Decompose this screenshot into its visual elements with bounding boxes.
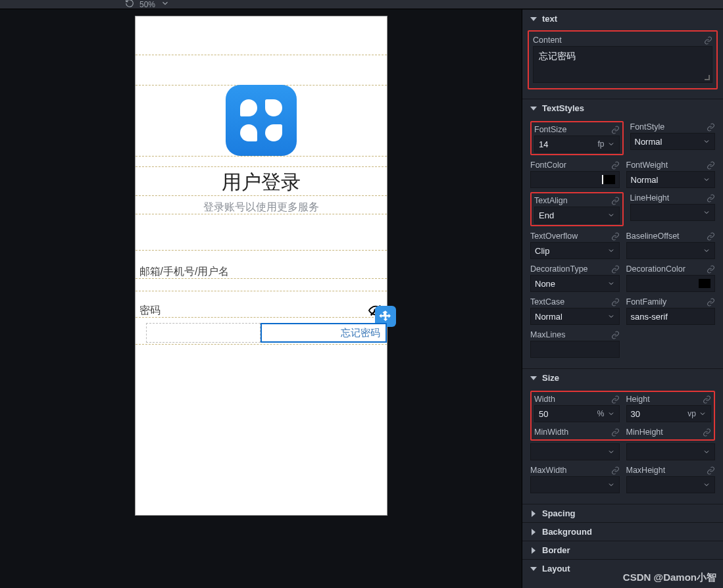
minwidth-input[interactable]: [530, 443, 620, 460]
refresh-icon[interactable]: [125, 0, 134, 10]
fontfamily-label: FontFamily: [626, 296, 716, 308]
chevron-right-icon: [530, 510, 537, 517]
section-border-header[interactable]: Border: [522, 541, 723, 559]
textoverflow-select[interactable]: Clip: [530, 242, 620, 259]
password-input-placeholder[interactable]: 密码: [139, 299, 383, 322]
chevron-down-icon[interactable]: [703, 137, 711, 145]
maxwidth-label: MaxWidth: [530, 464, 620, 476]
textalign-select[interactable]: End: [534, 207, 620, 224]
fontstyle-select[interactable]: Normal: [630, 133, 716, 150]
section-spacing-label: Spacing: [542, 508, 576, 518]
section-border-label: Border: [542, 545, 570, 555]
login-subtitle: 登录账号以使用更多服务: [136, 201, 387, 214]
fontcolor-swatch[interactable]: [603, 175, 615, 184]
link-icon[interactable]: [707, 298, 715, 306]
chevron-down-icon[interactable]: [161, 0, 170, 10]
chevron-down-icon: [530, 16, 537, 22]
chevron-down-icon[interactable]: [703, 176, 711, 184]
maxheight-input[interactable]: [626, 476, 716, 493]
chevron-down-icon[interactable]: [703, 208, 711, 216]
chevron-down-icon[interactable]: [607, 280, 615, 287]
baselineoffset-label: BaselineOffset: [626, 230, 716, 242]
chevron-down-icon[interactable]: [607, 140, 615, 148]
fontcolor-input[interactable]: [530, 171, 620, 188]
preview-frame[interactable]: 用户登录 登录账号以使用更多服务 邮箱/手机号/用户名 密码 忘记密码: [135, 16, 387, 516]
textcase-select[interactable]: Normal: [530, 308, 620, 325]
login-title: 用户登录: [136, 169, 387, 196]
section-text-label: text: [542, 14, 557, 24]
chevron-down-icon[interactable]: [607, 312, 615, 320]
link-icon[interactable]: [707, 123, 715, 132]
decorationcolor-label: DecorationColor: [626, 263, 716, 275]
textalign-label: TextAlign: [534, 195, 620, 207]
link-icon[interactable]: [611, 298, 620, 306]
link-icon[interactable]: [707, 265, 715, 274]
minheight-label: MinHeight: [626, 426, 712, 438]
minheight-input[interactable]: [626, 443, 716, 460]
chevron-down-icon[interactable]: [607, 481, 615, 489]
chevron-down-icon: [530, 375, 537, 381]
decorationtype-select[interactable]: None: [530, 275, 620, 292]
top-toolbar: 50%: [0, 0, 723, 9]
decorationcolor-swatch[interactable]: [699, 279, 711, 288]
sibling-outline: [146, 323, 261, 343]
link-icon[interactable]: [703, 395, 711, 404]
chevron-down-icon: [530, 566, 537, 572]
zoom-level[interactable]: 50%: [139, 0, 155, 9]
link-icon[interactable]: [707, 161, 715, 170]
chevron-down-icon[interactable]: [703, 247, 711, 255]
forgot-password-text: 忘记密码: [341, 327, 380, 339]
link-icon[interactable]: [611, 126, 620, 134]
chevron-down-icon[interactable]: [607, 247, 615, 255]
maxheight-label: MaxHeight: [626, 464, 716, 476]
link-icon[interactable]: [704, 36, 712, 45]
maxwidth-input[interactable]: [530, 476, 620, 493]
section-text-header[interactable]: text: [522, 9, 723, 28]
section-spacing-header[interactable]: Spacing: [522, 504, 723, 522]
link-icon[interactable]: [611, 428, 620, 437]
chevron-down-icon[interactable]: [607, 448, 615, 456]
textcase-label: TextCase: [530, 296, 620, 308]
chevron-down-icon[interactable]: [607, 410, 615, 418]
design-canvas[interactable]: 用户登录 登录账号以使用更多服务 邮箱/手机号/用户名 密码 忘记密码: [0, 9, 522, 588]
link-icon[interactable]: [611, 331, 620, 339]
chevron-down-icon[interactable]: [699, 410, 707, 418]
content-textarea[interactable]: 忘记密码: [533, 46, 712, 83]
chevron-right-icon: [530, 529, 537, 535]
link-icon[interactable]: [707, 466, 715, 475]
link-icon[interactable]: [703, 428, 711, 437]
width-input[interactable]: 50%: [534, 405, 620, 422]
section-background-header[interactable]: Background: [522, 522, 723, 541]
link-icon[interactable]: [611, 232, 620, 241]
height-label: Height: [626, 393, 712, 405]
selected-text-element[interactable]: 忘记密码: [261, 323, 387, 343]
fontsize-input[interactable]: 14fp: [534, 135, 620, 153]
link-icon[interactable]: [611, 265, 620, 274]
minwidth-label: MinWidth: [534, 426, 620, 438]
baselineoffset-input[interactable]: [626, 242, 716, 259]
chevron-down-icon[interactable]: [607, 211, 615, 219]
link-icon[interactable]: [611, 197, 620, 205]
chevron-down-icon[interactable]: [703, 448, 711, 456]
height-input[interactable]: 30vp: [626, 405, 712, 422]
maxlines-input[interactable]: [530, 341, 620, 358]
textoverflow-label: TextOverflow: [530, 230, 620, 242]
password-label: 密码: [139, 304, 161, 318]
fontcolor-label: FontColor: [530, 159, 620, 171]
fontweight-select[interactable]: Normal: [626, 171, 716, 188]
link-icon[interactable]: [707, 232, 715, 241]
section-size-label: Size: [542, 373, 559, 383]
width-label: Width: [534, 393, 620, 405]
link-icon[interactable]: [611, 161, 620, 170]
fontfamily-input[interactable]: sans-serif: [626, 308, 716, 325]
link-icon[interactable]: [611, 466, 620, 475]
user-input-placeholder[interactable]: 邮箱/手机号/用户名: [139, 261, 383, 283]
decorationcolor-input[interactable]: [626, 275, 716, 292]
link-icon[interactable]: [611, 395, 620, 404]
section-layout-header[interactable]: Layout: [522, 559, 723, 577]
section-textstyles-header[interactable]: TextStyles: [522, 99, 723, 117]
lineheight-input[interactable]: [630, 204, 716, 221]
section-size-header[interactable]: Size: [522, 368, 723, 387]
chevron-down-icon[interactable]: [703, 481, 711, 489]
link-icon[interactable]: [707, 194, 715, 203]
